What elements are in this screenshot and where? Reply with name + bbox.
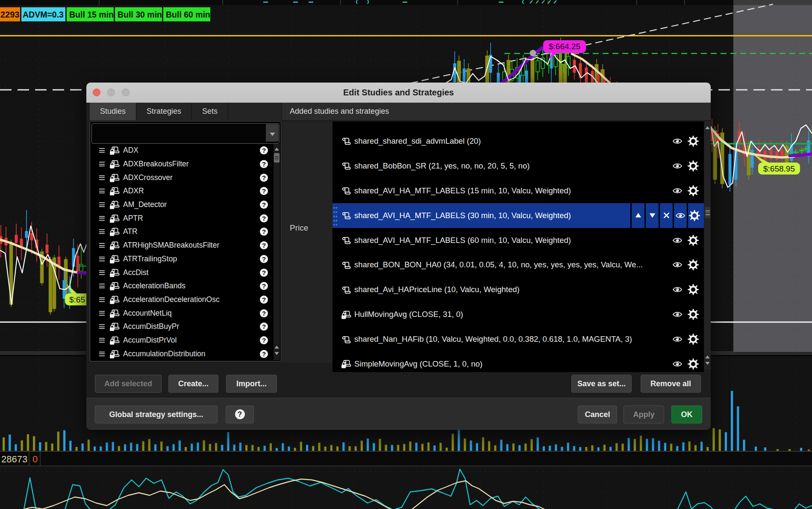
svg-text:28673: 28673 [1, 454, 27, 465]
svg-text:Bull 15 min: Bull 15 min [69, 10, 114, 19]
svg-text:Bull 60 min: Bull 60 min [166, 10, 210, 19]
svg-text:$:65: $:65 [69, 295, 85, 304]
svg-text:Bull 30 min: Bull 30 min [118, 10, 162, 19]
svg-text:$:664.25: $:664.25 [549, 42, 580, 51]
svg-text:ADVM=0.3: ADVM=0.3 [23, 10, 64, 19]
svg-text:$:658.95: $:658.95 [763, 164, 795, 173]
svg-text:0: 0 [32, 454, 38, 465]
svg-text:2293: 2293 [0, 10, 20, 19]
